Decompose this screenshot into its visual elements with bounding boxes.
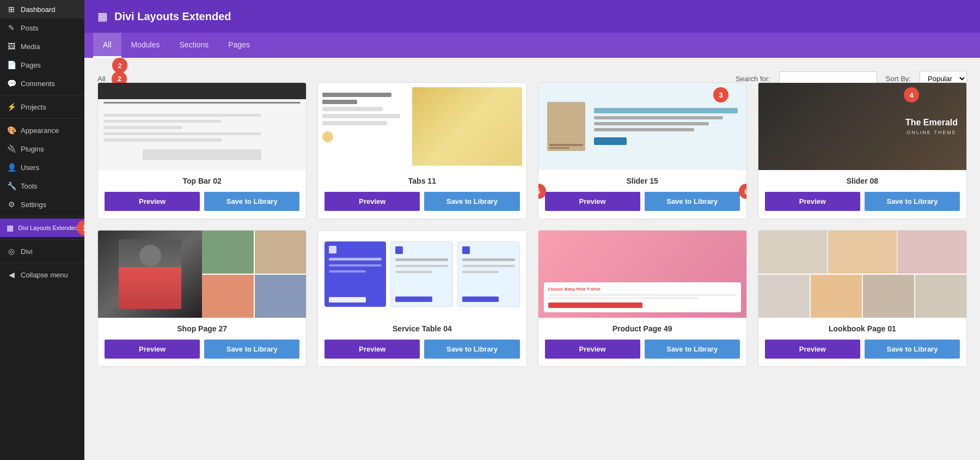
content-area: All 2 Search for: Sort By: Popular Lates…	[84, 58, 980, 460]
sidebar-item-label: Appearance	[21, 126, 59, 135]
save-button-lookbook-page-01[interactable]: Save to Library	[865, 340, 960, 359]
sidebar-item-label: Divi Layouts Extended	[19, 224, 78, 232]
card-title-product-page-49: Product Page 49	[538, 318, 746, 340]
card-actions-lookbook-page-01: Preview Save to Library	[758, 340, 966, 366]
annotation-1: 1	[77, 220, 84, 235]
tab-all[interactable]: All	[93, 33, 121, 58]
tab-sections[interactable]: Sections	[169, 33, 218, 58]
card-slider-15: 5 6	[538, 82, 747, 219]
sidebar-divider-1	[0, 95, 84, 95]
plugin-header-title: Divi Layouts Extended	[114, 10, 231, 23]
sidebar-item-media[interactable]: 🖼 Media	[0, 37, 84, 56]
card-preview-tabs-11	[318, 83, 526, 170]
sidebar-item-label: Plugins	[21, 145, 44, 153]
tab-modules[interactable]: Modules	[121, 33, 170, 58]
sidebar-item-label: Posts	[21, 24, 39, 32]
sidebar-item-collapse[interactable]: ◀ Collapse menu	[0, 265, 84, 284]
preview-button-lookbook-page-01[interactable]: Preview	[765, 340, 860, 359]
sidebar-item-appearance[interactable]: 🎨 Appearance	[0, 121, 84, 140]
card-shop-page-27: Shop Page 27 Preview Save to Library	[97, 230, 307, 367]
sidebar-item-label: Collapse menu	[21, 271, 68, 279]
card-title-service-table-04: Service Table 04	[318, 318, 526, 340]
save-button-service-table-04[interactable]: Save to Library	[424, 340, 519, 359]
sidebar-item-label: Media	[21, 43, 40, 51]
preview-button-top-bar-02[interactable]: Preview	[105, 192, 200, 211]
card-preview-slider-08: The Emerald ONLINE THEME	[758, 83, 966, 170]
card-actions-service-table-04: Preview Save to Library	[318, 340, 526, 366]
preview-button-tabs-11[interactable]: Preview	[324, 192, 420, 211]
sidebar-item-pages[interactable]: 📄 Pages	[0, 56, 84, 74]
search-label: Search for:	[736, 75, 770, 83]
sort-label: Sort By:	[886, 75, 911, 83]
card-actions-top-bar-02: Preview Save to Library	[98, 192, 306, 219]
sidebar-item-settings[interactable]: ⚙ Settings	[0, 195, 84, 214]
preview-button-shop-page-27[interactable]: Preview	[105, 340, 200, 359]
plugin-header-icon: ▦	[97, 10, 108, 23]
dashboard-icon: ⊞	[7, 5, 16, 14]
sidebar-divider-4	[0, 239, 84, 240]
sidebar-item-posts[interactable]: ✎ Posts	[0, 19, 84, 37]
sidebar-item-comments[interactable]: 💬 Comments	[0, 74, 84, 93]
projects-icon: ⚡	[7, 102, 16, 111]
sidebar-item-label: Comments	[21, 80, 55, 88]
collapse-icon: ◀	[7, 270, 16, 279]
card-preview-lookbook-page-01	[758, 231, 966, 318]
sidebar-item-label: Divi	[21, 247, 33, 256]
preview-button-service-table-04[interactable]: Preview	[324, 340, 420, 359]
sidebar-item-label: Projects	[21, 103, 46, 111]
media-icon: 🖼	[7, 42, 16, 51]
sidebar-item-dashboard[interactable]: ⊞ Dashboard	[0, 0, 84, 19]
divi-layouts-icon: ▦	[7, 223, 14, 232]
save-button-tabs-11[interactable]: Save to Library	[424, 192, 519, 211]
card-title-lookbook-page-01: Lookbook Page 01	[758, 318, 966, 340]
preview-button-slider-08[interactable]: Preview	[765, 192, 860, 211]
save-button-product-page-49[interactable]: Save to Library	[645, 340, 740, 359]
card-preview-service-table-04	[318, 231, 526, 318]
pages-icon: 📄	[7, 60, 16, 69]
sidebar-item-divi-layouts[interactable]: ▦ Divi Layouts Extended 1	[0, 219, 84, 237]
card-title-tabs-11: Tabs 11	[318, 170, 526, 192]
sidebar-item-divi[interactable]: ◎ Divi	[0, 242, 84, 261]
card-title-slider-15: Slider 15	[538, 170, 746, 192]
sidebar-item-label: Settings	[21, 201, 46, 209]
filter-all-label: All	[97, 75, 105, 83]
tools-icon: 🔧	[7, 181, 16, 190]
sidebar-item-plugins[interactable]: 🔌 Plugins	[0, 140, 84, 158]
preview-button-product-page-49[interactable]: Preview	[545, 340, 640, 359]
card-preview-top-bar-02	[98, 83, 306, 170]
main-content: ▦ Divi Layouts Extended All Modules Sect…	[84, 0, 980, 460]
settings-icon: ⚙	[7, 200, 16, 209]
emerald-title: The Emerald	[905, 118, 958, 128]
card-title-slider-08: Slider 08	[758, 170, 966, 192]
sidebar-divider-5	[0, 263, 84, 263]
sidebar-item-label: Pages	[21, 61, 41, 69]
plugin-header: ▦ Divi Layouts Extended	[84, 0, 980, 33]
tab-pages[interactable]: Pages	[218, 33, 260, 58]
sidebar-item-label: Tools	[21, 182, 37, 190]
emerald-text: The Emerald ONLINE THEME	[905, 118, 958, 135]
sidebar-item-tools[interactable]: 🔧 Tools	[0, 177, 84, 195]
card-product-page-49: Classic Baby Pink T-Shirt Product Page 4…	[538, 230, 747, 367]
card-tabs-11: Tabs 11 Preview Save to Library	[317, 82, 526, 219]
plugins-icon: 🔌	[7, 144, 16, 153]
sidebar-item-users[interactable]: 👤 Users	[0, 158, 84, 177]
card-actions-product-page-49: Preview Save to Library	[538, 340, 746, 366]
sidebar-item-projects[interactable]: ⚡ Projects	[0, 98, 84, 116]
card-preview-product-page-49: Classic Baby Pink T-Shirt	[538, 231, 746, 318]
save-button-top-bar-02[interactable]: Save to Library	[204, 192, 299, 211]
card-actions-tabs-11: Preview Save to Library	[318, 192, 526, 219]
appearance-icon: 🎨	[7, 126, 16, 135]
card-lookbook-page-01: Lookbook Page 01 Preview Save to Library	[758, 230, 967, 367]
cards-grid: Top Bar 02 Preview Save to Library	[97, 82, 967, 367]
card-preview-shop-page-27	[98, 231, 306, 318]
nav-tabs-bar: All Modules Sections Pages	[84, 33, 980, 58]
preview-button-slider-15[interactable]: Preview	[545, 192, 640, 211]
card-preview-slider-15	[538, 83, 746, 170]
divi-icon: ◎	[7, 247, 16, 256]
users-icon: 👤	[7, 163, 16, 172]
sidebar-divider-2	[0, 118, 84, 119]
save-button-slider-15[interactable]: Save to Library	[645, 192, 740, 211]
save-button-shop-page-27[interactable]: Save to Library	[204, 340, 299, 359]
save-button-slider-08[interactable]: Save to Library	[865, 192, 960, 211]
sidebar-item-label: Users	[21, 164, 39, 172]
